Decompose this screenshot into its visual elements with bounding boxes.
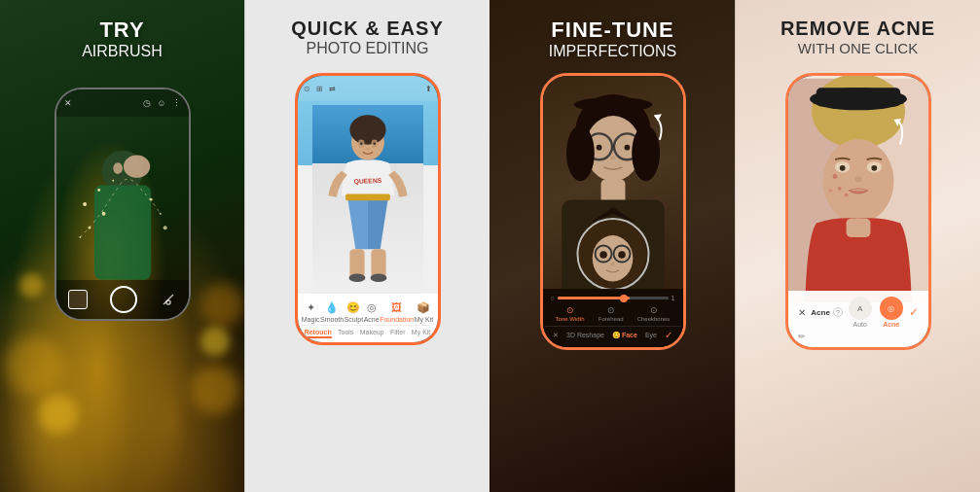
svg-point-49 [599, 251, 607, 259]
p4-help-icon[interactable]: ? [833, 307, 843, 317]
svg-point-17 [349, 115, 385, 144]
svg-point-37 [624, 145, 630, 151]
p3-detail-svg [578, 220, 647, 289]
svg-point-61 [828, 189, 831, 192]
p4-brush-row: ✏ [792, 330, 925, 343]
sculpt-icon: 😊 [345, 299, 361, 315]
p2-tab-row: Retouch Tools Makeup Filter My Kit [302, 325, 434, 338]
status-grid-icon: ⊞ [316, 85, 323, 93]
tool-mykit[interactable]: 📦 My Kit [415, 299, 433, 323]
tab-tools[interactable]: Tools [338, 329, 353, 338]
tool-acne-label: Acne [364, 316, 380, 323]
svg-point-59 [832, 174, 837, 179]
smooth-icon: 💧 [324, 299, 340, 315]
tool-acne[interactable]: ◎ Acne [364, 299, 380, 323]
svg-point-7 [112, 180, 114, 182]
tab-retouch[interactable]: Retouch [305, 329, 332, 338]
svg-rect-19 [345, 193, 390, 200]
panel-airbrush: TRY AIRBRUSH [0, 0, 244, 492]
status-sync-icon: ⇄ [329, 85, 336, 93]
svg-point-64 [839, 165, 845, 171]
svg-point-55 [812, 76, 905, 149]
p3-tab-cheekbones[interactable]: ⊙ Cheekbones [637, 305, 671, 322]
phone-frame-3: ○ 1 ⊙ Tone Width ⊙ Forehead [540, 73, 686, 350]
phone-ui-bar-1: ✕ ◷ ☺ ⋮ [56, 89, 189, 117]
forehead-icon: ⊙ [607, 305, 615, 315]
panel-remove-acne: REMOVE ACNE WITH ONE CLICK [735, 0, 980, 492]
p2-toolbar-icons-row: ✦ Magic 💧 Smooth 😊 Sculpt ◎ Acne [302, 299, 434, 323]
panel-1-title-area: TRY AIRBRUSH [82, 0, 163, 60]
status-home-icon: ⊙ [304, 85, 310, 93]
panel-3-title-main: FINE-TUNE [549, 18, 677, 43]
svg-point-4 [119, 172, 122, 175]
tool-mykit-label: My Kit [415, 316, 433, 323]
face-tab-icon: 😊 [612, 332, 621, 339]
svg-point-15 [166, 300, 170, 304]
p3-tab-eye[interactable]: Eye [645, 332, 657, 339]
p3-face-tabs: ⊙ Tone Width ⊙ Forehead ⊙ Cheekbones [545, 303, 681, 324]
svg-point-6 [97, 189, 100, 192]
panel-1-title-sub: AIRBRUSH [82, 43, 163, 60]
svg-point-2 [123, 155, 149, 177]
mykit-icon: 📦 [416, 299, 431, 315]
tool-smooth[interactable]: 💧 Smooth [320, 299, 344, 323]
bokeh-dot-3 [191, 366, 239, 414]
tab-filter[interactable]: Filter [390, 329, 406, 338]
svg-rect-68 [846, 219, 870, 237]
svg-point-41 [566, 125, 595, 182]
svg-rect-21 [371, 249, 385, 278]
phone-frame-2: QUEENS [295, 73, 441, 345]
panel-3-title-sub: IMPERFECTIONS [549, 43, 677, 60]
tab-mykit[interactable]: My Kit [412, 329, 430, 338]
svg-point-60 [837, 187, 841, 191]
bokeh-dot-2 [39, 395, 78, 434]
history-icon-p1: ◷ [143, 98, 151, 108]
phone-status-bar-2: ⊙ ⊞ ⇄ ⬆ [298, 76, 438, 101]
p3-slider-track[interactable] [558, 297, 669, 299]
svg-point-51 [610, 263, 615, 266]
p4-option-auto[interactable]: A Auto [849, 297, 872, 328]
phone-bottom-bar-1 [56, 280, 189, 319]
panel-fine-tune: FINE-TUNE IMPERFECTIONS [490, 0, 735, 492]
svg-point-67 [854, 177, 862, 183]
p3-close-btn[interactable]: ✕ [553, 332, 559, 339]
bokeh-dot-5 [19, 273, 44, 298]
panel-4-title-area: REMOVE ACNE WITH ONE CLICK [780, 0, 935, 56]
bokeh-dot-1 [5, 336, 63, 395]
tool-foundation-label: Foundation [380, 316, 414, 323]
p3-tab-forehead[interactable]: ⊙ Forehead [599, 305, 624, 322]
tab-makeup[interactable]: Makeup [360, 329, 384, 338]
brush-icon: ✏ [798, 332, 806, 341]
tool-magic[interactable]: ✦ Magic [302, 299, 320, 323]
p3-tab-3d[interactable]: 3D Reshape [566, 332, 604, 339]
p3-tab-face[interactable]: 😊 Face [612, 332, 637, 339]
tool-smooth-label: Smooth [320, 316, 344, 323]
p3-slider-row: ○ 1 [545, 293, 681, 303]
svg-point-46 [592, 235, 633, 281]
p4-option-acne[interactable]: ◎ Acne [880, 297, 903, 328]
p4-confirm-btn[interactable]: ✓ [909, 305, 919, 319]
person-svg-2: QUEENS [312, 105, 423, 299]
auto-label: Auto [853, 321, 866, 328]
p3-tab-tone-width[interactable]: ⊙ Tone Width [556, 305, 585, 322]
p3-circle-detail [576, 218, 649, 291]
panel-2-title-main: QUICK & EASY [291, 18, 443, 40]
phone-frame-4: ✕ Acne ? A Auto ◎ [785, 73, 931, 350]
p2-bottom-toolbar: ✦ Magic 💧 Smooth 😊 Sculpt ◎ Acne [298, 294, 438, 342]
svg-point-27 [373, 143, 376, 146]
phone-inner-4: ✕ Acne ? A Auto ◎ [788, 76, 928, 347]
tool-foundation[interactable]: 🖼 Foundation [380, 299, 414, 323]
p4-close-btn[interactable]: ✕ [798, 307, 806, 318]
status-share-icon: ⬆ [425, 85, 432, 93]
p3-confirm-btn[interactable]: ✓ [665, 330, 672, 340]
thumbnail-p1 [68, 290, 88, 309]
capture-button-p1[interactable] [110, 286, 137, 313]
acne-icon: ◎ [364, 299, 380, 315]
svg-rect-57 [816, 88, 899, 106]
tool-sculpt[interactable]: 😊 Sculpt [345, 299, 363, 323]
svg-point-26 [359, 143, 362, 146]
svg-point-66 [871, 165, 877, 171]
acne-select-icon: ◎ [880, 297, 903, 320]
svg-point-28 [366, 148, 369, 151]
cheekbones-icon: ⊙ [650, 305, 658, 315]
